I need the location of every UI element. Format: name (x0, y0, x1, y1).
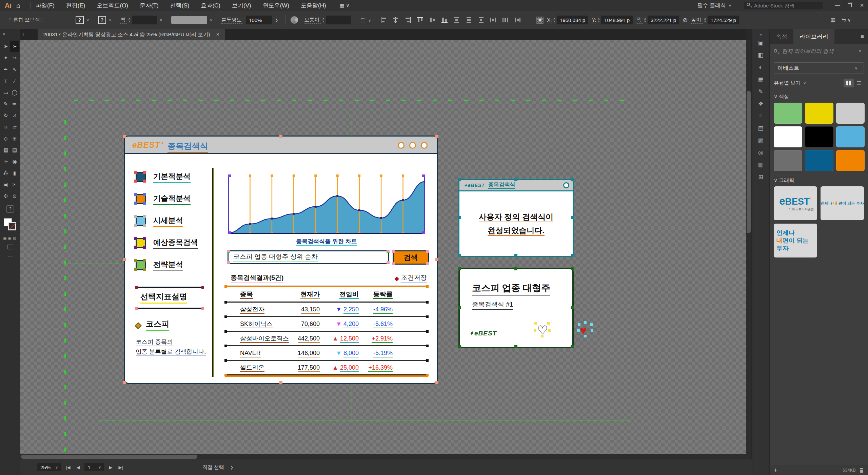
chevron-down-icon[interactable]: ∨ (210, 18, 213, 22)
grid-view-icon[interactable] (844, 79, 854, 87)
scrollbar-thumb[interactable] (21, 455, 197, 459)
menu-c[interactable]: 효과(C) (201, 2, 220, 9)
selection-handle[interactable] (514, 178, 517, 181)
adobe-stock-search-input[interactable] (744, 2, 823, 9)
y-stepper[interactable]: ∧∨ (597, 17, 600, 23)
color-panel-icon[interactable]: ◐ (752, 61, 769, 74)
appearance-panel-icon[interactable]: ◎ (752, 147, 769, 159)
share-options-icon[interactable]: ⇆ ∨ (842, 17, 851, 23)
type-tool-icon[interactable]: T (1, 75, 10, 87)
navigator-panel-icon[interactable]: ⊞ (752, 171, 769, 183)
table-row[interactable]: 셀트리온177,500▲ 25,000+16.39% (225, 361, 428, 374)
artboard-canvas[interactable]: eBEST✦ 종목검색식 기본적분석기술적분석시세분석예상종목검색전략분석 선택… (20, 40, 746, 459)
y-field[interactable]: 1048.991 p (601, 16, 633, 24)
mesh-tool-icon[interactable]: ▦ (1, 144, 10, 156)
edit-toolbar-icon[interactable]: ··· (0, 253, 20, 259)
paintbrush-tool-icon[interactable]: ✎ (1, 98, 10, 110)
save-condition-link[interactable]: ◆ 조건저장 (394, 273, 427, 283)
color-swatch[interactable] (836, 103, 865, 124)
selection-handle[interactable] (435, 258, 438, 261)
panel-grip-icon[interactable]: ⁞⁞ (9, 19, 11, 22)
color-swatch[interactable] (774, 126, 802, 147)
slice-tool-icon[interactable]: ✂ (10, 179, 19, 190)
brush-definition-dropdown[interactable] (171, 16, 207, 24)
graphics-section-header[interactable]: ∨ 그래픽 (774, 177, 864, 184)
height-field[interactable]: 1724.529 p (708, 16, 739, 24)
colors-section-header[interactable]: ∨ 색상 (774, 94, 864, 100)
selection-handle[interactable] (279, 381, 282, 384)
free-transform-tool-icon[interactable]: ▱ (10, 121, 19, 133)
tab-properties[interactable]: 속성 (770, 29, 793, 44)
selection-handle[interactable] (392, 250, 395, 253)
tab-libraries[interactable]: 라이브러리 (793, 29, 834, 44)
color-swatch[interactable] (805, 103, 833, 124)
distribute-right-icon[interactable] (514, 16, 521, 24)
selection-handle[interactable] (392, 262, 395, 265)
menu-s[interactable]: 선택(S) (170, 2, 190, 9)
direct-selection-tool-icon[interactable]: ➢ (10, 41, 19, 52)
workspace-switcher[interactable]: 필수 클래식 (697, 2, 726, 9)
distribute-hcenter-icon[interactable] (502, 16, 509, 24)
selection-handle[interactable] (387, 261, 390, 264)
fill-stroke-indicator[interactable] (4, 218, 17, 231)
stroke-none-swatch[interactable] (8, 222, 16, 230)
stroke-color-swatch[interactable]: ? (98, 16, 106, 24)
distribute-bottom-icon[interactable] (477, 16, 485, 24)
next-artboard-icon[interactable]: ▶ (107, 465, 114, 470)
artwork-menu-item[interactable]: 예상종목검색 (136, 236, 198, 250)
table-row[interactable]: 삼성바이오로직스442,500▲ 12,500+2.91% (225, 332, 428, 345)
grid-options-icon[interactable]: ▦ (831, 17, 835, 23)
color-swatch[interactable] (774, 103, 802, 124)
table-row[interactable]: 삼성전자43,150▼ 2,250-4.96% (225, 303, 428, 316)
selection-handle[interactable] (227, 261, 230, 264)
distribute-left-icon[interactable] (490, 16, 497, 24)
selection-handle[interactable] (227, 250, 230, 253)
gradient-tool-icon[interactable]: ▤ (10, 144, 19, 156)
menu-h[interactable]: 도움말(H) (301, 2, 326, 9)
library-search-input[interactable] (782, 48, 852, 54)
table-row[interactable]: SK하이닉스70,600▼ 4,200-5.61% (225, 317, 428, 331)
recolor-artwork-icon[interactable] (291, 16, 298, 24)
artwork-popup-alert[interactable]: ✦eBEST 종목검색식 사용자 정의 검색식이 완성되었습니다. (458, 179, 574, 257)
color-mode-icons[interactable]: ▣▣▨ (0, 236, 20, 241)
artboard-tool-icon[interactable]: ▣ (1, 179, 10, 190)
gradient-panel-icon[interactable]: ▤ (752, 122, 769, 135)
rotate-tool-icon[interactable]: ↻ (1, 110, 10, 121)
selection-handle[interactable] (458, 306, 461, 309)
chevron-right-icon[interactable]: ❯ (275, 18, 278, 22)
symbols-panel-icon[interactable]: ❖ (752, 98, 769, 110)
cc-libraries-panel-icon[interactable]: ◧ (752, 49, 769, 61)
minimize-button[interactable]: — (831, 2, 844, 8)
document-tab[interactable]: 200317 온라인기획팀 영상광고 소스 4.ai @ 25% (RGB/GP… (38, 29, 224, 40)
heart-outline-icon[interactable]: ♡ (537, 323, 548, 337)
selection-handle[interactable] (458, 254, 461, 257)
artboard-number-field[interactable]: 1∨ (84, 463, 104, 471)
blend-tool-icon[interactable]: ◉ (10, 156, 19, 167)
align-right-icon[interactable] (404, 16, 412, 24)
menu-w[interactable]: 윈도우(W) (263, 2, 289, 9)
align-bottom-icon[interactable] (441, 16, 448, 24)
selection-handle[interactable] (458, 178, 461, 181)
selection-handle[interactable] (123, 135, 126, 138)
align-hcenter-icon[interactable] (392, 16, 399, 24)
menu-f[interactable]: 파일(F) (36, 2, 55, 9)
chevron-down-icon[interactable]: ∨ (803, 81, 806, 85)
expand-panels-icon[interactable]: » (752, 32, 769, 37)
selection-handle[interactable] (387, 250, 390, 253)
view-by-type-label[interactable]: 유형별 보기 (774, 80, 801, 86)
swatches-panel-icon[interactable]: ▦ (752, 74, 769, 86)
zoom-level-field[interactable]: 25%∨ (37, 463, 61, 471)
selection-handle[interactable] (458, 216, 461, 219)
selection-handle[interactable] (458, 267, 461, 270)
corner-field[interactable] (326, 16, 351, 24)
distribute-vcenter-icon[interactable] (465, 16, 473, 24)
search-button[interactable]: 검색 (393, 250, 429, 265)
artwork-menu-item[interactable]: 기술적분석 (136, 192, 191, 206)
chevron-down-icon[interactable]: ∨ (160, 18, 162, 22)
artwork-menu-item[interactable]: 시세분석 (136, 214, 183, 228)
selection-handle[interactable] (571, 178, 574, 181)
menu-t[interactable]: 문자(T) (140, 2, 159, 9)
kospi-label[interactable]: 코스피 (146, 319, 169, 331)
artboards-panel-icon[interactable]: ▣ (752, 37, 769, 49)
selection-handle[interactable] (435, 381, 438, 384)
